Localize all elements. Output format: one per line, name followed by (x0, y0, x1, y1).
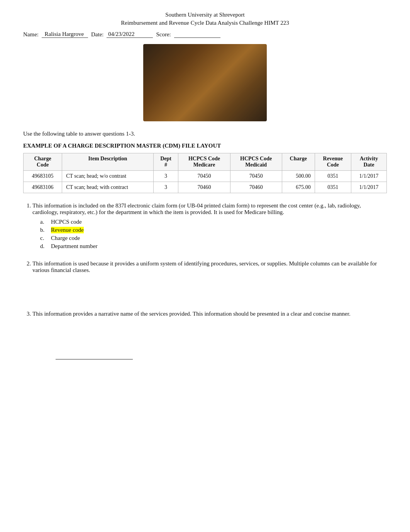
q1-a-label: a. (40, 219, 49, 225)
q1-a-text: HCPCS code (51, 219, 82, 225)
col-activity-date: ActivityDate (351, 153, 386, 171)
q1-answer-d: d. Department number (40, 243, 387, 250)
q1-d-label: d. (40, 243, 49, 250)
q2-body: This information is used because it prov… (32, 260, 387, 274)
q1-answer-a: a. HCPCS code (40, 219, 387, 225)
q1-answer-c: c. Charge code (40, 235, 387, 241)
q1-b-text: Revenue code (51, 227, 84, 233)
date-value: 04/23/2022 (107, 31, 153, 38)
cdm-table: ChargeCode Item Description Dept# HCPCS … (23, 153, 387, 193)
date-label: Date: (91, 31, 103, 38)
q3-body: This information provides a narrative na… (32, 311, 387, 317)
name-line: Name: Ralisia Hargrove Date: 04/23/2022 … (23, 31, 387, 38)
questions-list: This information is included on the 837I… (23, 202, 387, 360)
name-label: Name: (23, 31, 39, 38)
table-row: 49683106CT scan; head; with contract3704… (24, 182, 387, 193)
table-title: EXAMPLE OF A CHARGE DESCRIPTION MASTER (… (23, 143, 387, 149)
bottom-underline (56, 359, 133, 360)
q1-b-label: b. (40, 227, 49, 233)
q1-c-label: c. (40, 235, 49, 241)
table-row: 49683105CT scan; head; w/o contrast37045… (24, 171, 387, 182)
q1-answers: a. HCPCS code b. Revenue code c. Charge … (32, 219, 387, 250)
name-value: Ralisia Hargrove (42, 31, 88, 38)
col-charge-code: ChargeCode (24, 153, 62, 171)
university-name: Southern University at Shreveport (23, 12, 387, 18)
intro-text: Use the following table to answer questi… (23, 131, 387, 137)
score-value (174, 31, 220, 38)
q1-body: This information is included on the 837I… (32, 202, 387, 216)
header-image (143, 44, 267, 121)
question-3: This information provides a narrative na… (32, 311, 387, 360)
col-dept: Dept# (153, 153, 178, 171)
col-revenue-code: RevenueCode (315, 153, 351, 171)
col-hcpcs-medicaid: HCPCS CodeMedicaid (230, 153, 282, 171)
col-hcpcs-medicare: HCPCS CodeMedicare (178, 153, 230, 171)
course-title: Reimbursement and Revenue Cycle Data Ana… (23, 20, 387, 26)
question-1: This information is included on the 837I… (32, 202, 387, 250)
q1-c-text: Charge code (51, 235, 80, 241)
col-charge: Charge (282, 153, 315, 171)
q1-answer-b: b. Revenue code (40, 227, 387, 233)
col-item-desc: Item Description (62, 153, 153, 171)
question-2: This information is used because it prov… (32, 260, 387, 300)
score-label: Score: (156, 31, 171, 38)
q1-d-text: Department number (51, 243, 97, 250)
